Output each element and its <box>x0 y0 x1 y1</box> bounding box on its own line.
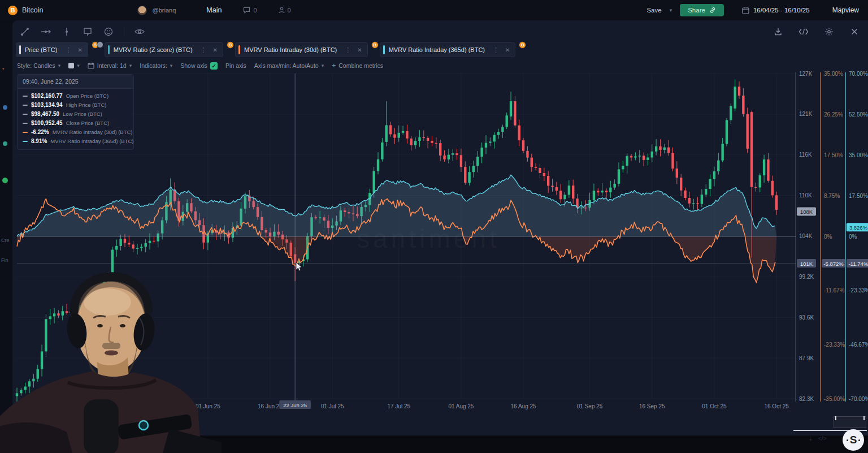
svg-text:17 Jul 25: 17 Jul 25 <box>387 403 410 409</box>
svg-text:127K: 127K <box>799 71 813 77</box>
svg-text:26.25%: 26.25% <box>824 111 843 118</box>
comment-bubble-icon <box>243 7 250 14</box>
tooltip-label: Open Price (BTC) <box>66 93 109 100</box>
svg-text:0%: 0% <box>824 234 832 240</box>
svg-text:0%: 0% <box>849 234 857 240</box>
svg-text:-11.67%: -11.67% <box>824 287 845 294</box>
save-dropdown-caret-icon[interactable]: ▾ <box>670 7 672 13</box>
share-button[interactable]: Share <box>680 4 724 16</box>
brush-handle[interactable] <box>835 416 836 420</box>
tooltip-row: $100,952.45 Close Price (BTC) <box>23 120 128 127</box>
tooltip-value: $98,467.50 <box>31 111 59 118</box>
svg-text:108K: 108K <box>800 209 813 215</box>
username: @brianq <box>153 7 176 14</box>
comments-count: 0 <box>253 7 257 14</box>
svg-text:70.00%: 70.00% <box>849 71 868 77</box>
svg-text:17.50%: 17.50% <box>824 152 843 158</box>
avatar[interactable] <box>137 6 147 15</box>
logo-dot <box>858 439 860 441</box>
asset-title: Bitcoin <box>22 6 44 14</box>
tooltip-rows: $102,160.77 Open Price (BTC) $103,134.94… <box>18 89 133 149</box>
svg-text:8.75%: 8.75% <box>824 193 840 199</box>
tooltip-value: 8.91% <box>31 138 47 145</box>
svg-text:35.00%: 35.00% <box>824 71 843 77</box>
person-icon <box>279 7 285 14</box>
calendar-icon <box>742 7 749 14</box>
svg-text:22 Jun 25: 22 Jun 25 <box>283 402 307 408</box>
svg-text:35.00%: 35.00% <box>849 152 868 158</box>
tooltip-timestamp: 09:40, June 22, 2025 <box>18 75 133 89</box>
top-bar: B Bitcoin @brianq Main 0 0 Save ▾ Share <box>0 0 868 20</box>
series-dash <box>23 96 28 97</box>
tooltip-label: Close Price (BTC) <box>66 120 110 127</box>
svg-text:104K: 104K <box>799 233 813 239</box>
tooltip-row: $103,134.94 High Price (BTC) <box>23 102 128 109</box>
link-icon <box>709 7 716 14</box>
svg-text:3.826%: 3.826% <box>849 225 868 231</box>
svg-text:16 Jun 25: 16 Jun 25 <box>258 403 283 409</box>
mapview-button[interactable]: Mapview <box>832 6 859 14</box>
date-range-text: 16/04/25 - 16/10/25 <box>753 7 810 14</box>
svg-text:99.2K: 99.2K <box>799 274 814 280</box>
tooltip-row: $98,467.50 Low Price (BTC) <box>23 111 128 118</box>
svg-text:-70.00%: -70.00% <box>849 396 868 402</box>
workspace-name[interactable]: Main <box>206 6 222 14</box>
tooltip-label: MVRV Ratio Intraday (365d) (BTC) <box>50 138 133 145</box>
svg-text:01 Jul 25: 01 Jul 25 <box>321 403 344 409</box>
share-label: Share <box>688 7 705 14</box>
svg-text:52.50%: 52.50% <box>849 111 868 118</box>
svg-text:-23.33%: -23.33% <box>824 342 845 348</box>
svg-text:16 Oct 25: 16 Oct 25 <box>764 403 789 409</box>
svg-text:87.9K: 87.9K <box>799 355 814 361</box>
svg-text:16 Sep 25: 16 Sep 25 <box>639 403 665 409</box>
svg-text:101K: 101K <box>800 261 813 267</box>
tooltip-label: Low Price (BTC) <box>63 111 102 118</box>
svg-text:93.6K: 93.6K <box>799 314 814 321</box>
chart-tooltip: 09:40, June 22, 2025 $102,160.77 Open Pr… <box>17 74 134 150</box>
svg-text:-11.74%: -11.74% <box>849 261 868 267</box>
logo-letter: S <box>850 434 857 446</box>
series-dash <box>23 123 28 124</box>
tooltip-value: $103,134.94 <box>31 102 63 109</box>
svg-text:116K: 116K <box>799 152 812 158</box>
tooltip-value: -6.22% <box>31 129 49 136</box>
logo-dot <box>847 439 848 441</box>
svg-text:-35.00%: -35.00% <box>824 396 845 402</box>
svg-text:01 Oct 25: 01 Oct 25 <box>702 403 727 409</box>
comments-button[interactable]: 0 <box>243 7 257 14</box>
timeline-brush-box[interactable] <box>834 416 866 428</box>
price-mvrv-chart[interactable]: santiment127K121K116K110K104K99.2K93.6K8… <box>0 0 868 453</box>
svg-text:01 Aug 25: 01 Aug 25 <box>448 403 474 409</box>
tooltip-label: MVRV Ratio Intraday (30d) (BTC) <box>53 129 133 136</box>
screen: B Bitcoin @brianq Main 0 0 Save ▾ Share <box>0 0 868 453</box>
svg-text:-23.33%: -23.33% <box>849 287 868 294</box>
svg-text:01 Jun 25: 01 Jun 25 <box>196 403 220 409</box>
svg-text:-46.67%: -46.67% <box>849 342 868 348</box>
tooltip-row: $102,160.77 Open Price (BTC) <box>23 93 128 100</box>
svg-text:01 Sep 25: 01 Sep 25 <box>577 403 603 409</box>
tooltip-label: High Price (BTC) <box>66 102 107 109</box>
viewers-count: 0 <box>288 7 291 14</box>
tooltip-row: -6.22% MVRV Ratio Intraday (30d) (BTC) <box>23 129 128 136</box>
series-dash <box>23 141 28 142</box>
brush-handle[interactable] <box>863 416 865 420</box>
svg-text:16 Aug 25: 16 Aug 25 <box>511 403 536 409</box>
save-button[interactable]: Save <box>646 7 661 14</box>
tooltip-row: 8.91% MVRV Ratio Intraday (365d) (BTC) <box>23 138 128 145</box>
bitcoin-icon: B <box>8 6 18 15</box>
series-dash <box>23 114 28 115</box>
svg-text:17.50%: 17.50% <box>849 193 868 199</box>
viewers-button[interactable]: 0 <box>279 7 291 14</box>
svg-text:-5.872%: -5.872% <box>823 261 844 267</box>
svg-text:110K: 110K <box>799 192 812 199</box>
tooltip-value: $100,952.45 <box>31 120 63 127</box>
tooltip-value: $102,160.77 <box>31 93 63 100</box>
svg-text:82.3K: 82.3K <box>799 396 814 402</box>
date-range-picker[interactable]: 16/04/25 - 16/10/25 <box>742 7 810 14</box>
series-dash <box>23 132 28 133</box>
santiment-logo: S <box>843 429 864 451</box>
series-dash <box>23 105 28 106</box>
area-fills <box>17 175 776 283</box>
svg-text:121K: 121K <box>799 111 813 117</box>
